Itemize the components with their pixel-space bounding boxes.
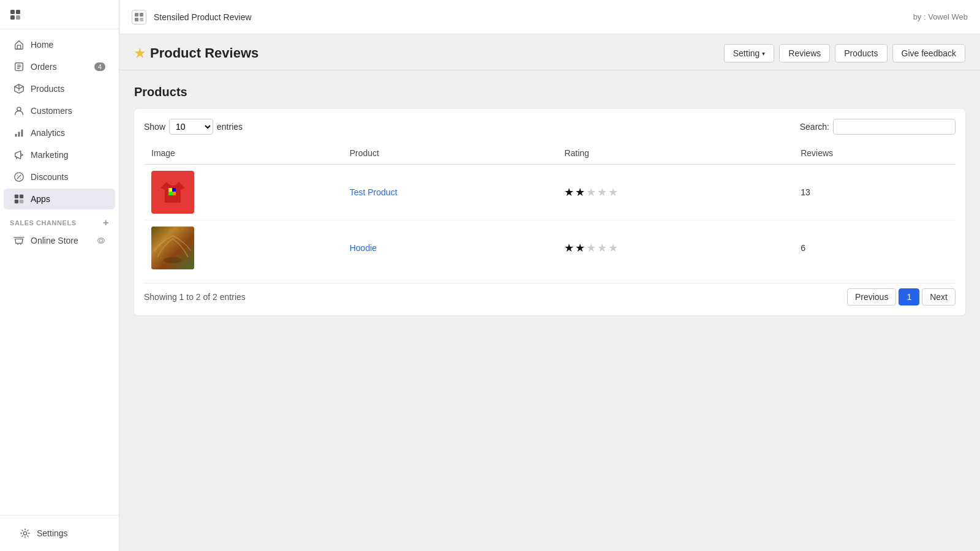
analytics-icon [13,127,24,138]
star-empty: ★ [608,186,618,199]
product-name-cell: Hoodie [342,220,557,276]
entries-label: entries [217,122,243,132]
svg-rect-14 [20,200,23,203]
topbar-app-name: Stensiled Product Review [154,12,906,22]
pagination-row: Showing 1 to 2 of 2 entries Previous 1 N… [144,283,956,305]
sales-channels-section: SALES CHANNELS + [0,211,119,230]
sidebar-item-apps-label: Apps [31,194,50,204]
svg-rect-20 [140,13,143,17]
product-image-tshirt [151,171,194,214]
app-icon-svg [134,12,144,22]
col-reviews: Reviews [793,142,956,165]
sidebar-logo [0,0,119,29]
add-sales-channel-button[interactable]: + [103,218,109,228]
page-1-button[interactable]: 1 [899,288,919,305]
apps-icon [13,193,24,204]
page-title-star: ★ [134,46,145,61]
svg-point-16 [20,244,21,245]
products-table-card: Show 10 25 50 100 entries Search: [134,109,965,315]
svg-point-17 [99,239,102,242]
star-empty: ★ [608,241,618,255]
show-entries-control: Show 10 25 50 100 entries [144,119,243,135]
sidebar-item-products-label: Products [31,84,64,94]
sidebar-item-analytics[interactable]: Analytics [4,122,115,143]
tshirt-svg [157,177,188,208]
previous-button[interactable]: Previous [847,288,896,305]
col-image: Image [144,142,342,165]
star-filled: ★ [564,241,574,255]
sidebar-footer: Settings [0,515,119,551]
table-row: Test Product★★★★★13 [144,165,956,220]
sidebar-item-online-store[interactable]: Online Store [4,230,115,251]
sidebar-item-analytics-label: Analytics [31,128,65,138]
svg-rect-9 [21,130,23,137]
orders-badge: 4 [94,62,105,71]
sidebar-item-online-store-label: Online Store [31,236,78,246]
topbar: Stensiled Product Review by : Vowel Web [119,0,980,34]
star-empty: ★ [597,186,607,199]
next-button[interactable]: Next [922,288,956,305]
table-row: Hoodie★★★★★6 [144,220,956,276]
product-rating-cell: ★★★★★ [557,165,793,220]
setting-chevron-icon: ▾ [762,50,765,57]
sidebar-item-customers[interactable]: Customers [4,100,115,121]
settings-icon [20,528,31,539]
sidebar-item-discounts-label: Discounts [31,172,68,182]
svg-rect-19 [135,13,138,17]
reviews-button[interactable]: Reviews [779,44,830,62]
sidebar-item-home-label: Home [31,40,53,50]
sidebar-item-orders-label: Orders [31,62,57,72]
search-input[interactable] [833,119,956,135]
product-name-cell: Test Product [342,165,557,220]
product-rating-cell: ★★★★★ [557,220,793,276]
sidebar-item-orders[interactable]: Orders 4 [4,56,115,77]
sidebar-item-home[interactable]: Home [4,34,115,55]
online-store-visibility-icon[interactable] [97,236,105,245]
sidebar-item-marketing[interactable]: Marketing [4,144,115,165]
entries-per-page-select[interactable]: 10 25 50 100 [169,119,213,135]
svg-rect-22 [140,18,143,21]
product-link[interactable]: Test Product [350,187,398,197]
sidebar-item-discounts[interactable]: Discounts [4,167,115,187]
star-filled: ★ [575,186,585,199]
search-label: Search: [800,122,829,132]
page-title-text: Product Reviews [150,45,258,61]
pagination-info: Showing 1 to 2 of 2 entries [144,292,246,302]
sidebar-item-marketing-label: Marketing [31,150,68,160]
svg-point-28 [164,257,182,263]
svg-rect-24 [172,188,176,192]
main-content: Stensiled Product Review by : Vowel Web … [119,0,980,551]
svg-rect-12 [20,195,23,198]
svg-rect-1 [16,10,20,14]
sidebar-item-apps[interactable]: Apps [4,189,115,209]
search-box: Search: [800,119,956,135]
svg-rect-11 [15,195,18,198]
page-header: ★ Product Reviews Setting ▾ Reviews Prod… [119,34,980,70]
star-empty: ★ [597,241,607,255]
product-image-cell [144,220,342,276]
product-reviews-cell: 6 [793,220,956,276]
give-feedback-button[interactable]: Give feedback [892,44,966,62]
home-icon [13,39,24,50]
online-store-icon [13,235,24,246]
sales-channels-title: SALES CHANNELS [10,219,77,227]
products-table: Image Product Rating Reviews [144,142,956,276]
sidebar: Home Orders 4 Products Customers [0,0,119,551]
svg-point-15 [17,244,18,245]
setting-button[interactable]: Setting ▾ [724,44,775,62]
sidebar-item-products[interactable]: Products [4,78,115,99]
col-rating: Rating [557,142,793,165]
products-button[interactable]: Products [835,44,887,62]
svg-rect-21 [135,18,138,21]
sidebar-item-settings[interactable]: Settings [10,523,109,544]
sidebar-item-settings-label: Settings [37,528,68,538]
svg-rect-23 [168,188,172,192]
topbar-by: by : Vowel Web [913,12,968,21]
product-link[interactable]: Hoodie [350,243,377,253]
customers-icon [13,105,24,116]
star-rating: ★★★★★ [564,186,786,199]
table-controls: Show 10 25 50 100 entries Search: [144,119,956,135]
hoodie-svg [151,227,194,269]
svg-rect-2 [10,15,15,20]
table-header: Image Product Rating Reviews [144,142,956,165]
